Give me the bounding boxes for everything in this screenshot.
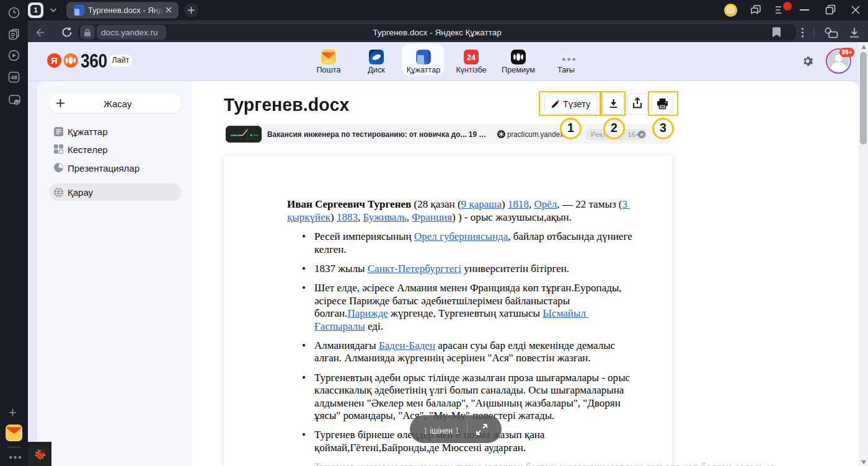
svg-text:24: 24 <box>467 53 476 62</box>
svg-text:Я: Я <box>640 132 643 138</box>
svg-text:48: 48 <box>11 74 17 81</box>
svg-text:Я: Я <box>51 55 58 66</box>
